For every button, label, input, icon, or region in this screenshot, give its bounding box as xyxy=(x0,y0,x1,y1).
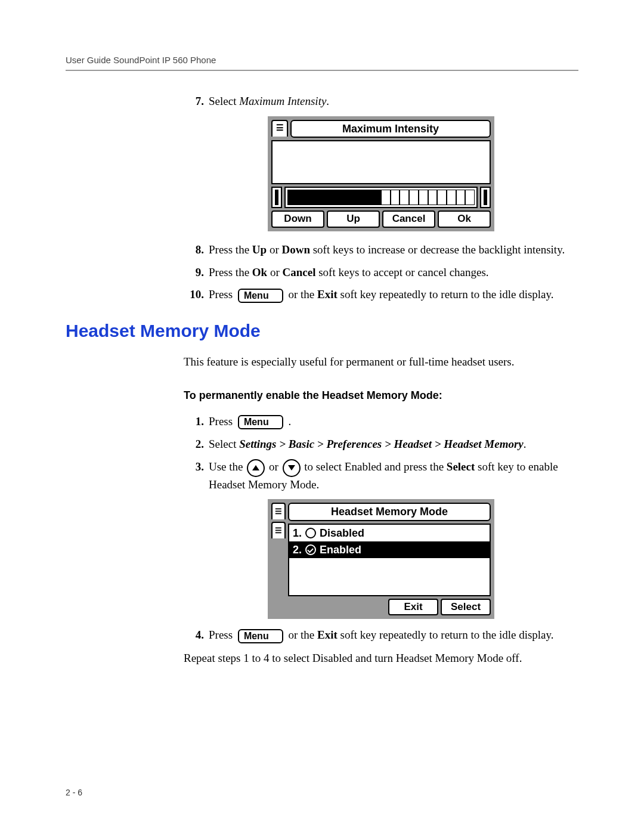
tab-icon: ☰ xyxy=(271,120,288,137)
lcd-title: Maximum Intensity xyxy=(290,120,491,138)
repeat-note: Repeat steps 1 to 4 to select Disabled a… xyxy=(184,651,578,666)
text-bold: Down xyxy=(281,243,310,256)
step-number: 1. xyxy=(184,414,209,429)
text: Press xyxy=(209,288,236,301)
text: Press the xyxy=(209,266,252,278)
lcd-headset-memory-mode: ☰ ☰ Headset Memory Mode 1. Disabled 2. E… xyxy=(268,499,494,619)
step-10: 10. Press Menu or the Exit soft key repe… xyxy=(184,287,578,302)
text: or xyxy=(267,243,281,256)
running-header: User Guide SoundPoint IP 560 Phone xyxy=(66,55,578,70)
menu-button[interactable]: Menu xyxy=(238,415,283,429)
text: or xyxy=(269,460,281,473)
step-2: 2. Select Settings > Basic > Preferences… xyxy=(184,436,578,452)
lcd-max-intensity: ☰ Maximum Intensity Down Up Cancel Ok xyxy=(268,116,494,231)
bar-left-cap xyxy=(271,187,282,208)
arrow-down-icon[interactable] xyxy=(283,459,301,477)
text: Press xyxy=(209,415,236,428)
softkey-exit[interactable]: Exit xyxy=(388,599,438,616)
lcd-list: 1. Disabled 2. Enabled xyxy=(288,524,491,596)
item-label: Disabled xyxy=(320,526,364,540)
radio-unchecked-icon xyxy=(305,528,316,538)
step-4: 4. Press Menu or the Exit soft key repea… xyxy=(184,627,578,643)
step-8: 8. Press the Up or Down soft keys to inc… xyxy=(184,242,578,258)
text: or the xyxy=(288,288,317,301)
text-bold: Exit xyxy=(317,288,338,301)
text-bold: Up xyxy=(252,243,267,256)
text: Press xyxy=(209,628,236,641)
text: . xyxy=(326,95,329,107)
text: or xyxy=(267,266,282,278)
step-number: 7. xyxy=(184,94,209,109)
text-bold: Ok xyxy=(252,266,267,278)
sub-heading: To permanently enable the Headset Memory… xyxy=(184,388,578,402)
step-number: 4. xyxy=(184,627,209,643)
step-number: 10. xyxy=(184,287,209,302)
step-7: 7. Select Maximum Intensity. xyxy=(184,94,578,109)
text: Press the xyxy=(209,243,252,256)
step-number: 3. xyxy=(184,459,209,493)
text: soft keys to increase or decrease the ba… xyxy=(310,243,565,256)
section-intro: This feature is especially useful for pe… xyxy=(184,354,578,370)
lcd-title: Headset Memory Mode xyxy=(288,503,491,521)
item-prefix: 2. xyxy=(293,543,302,557)
text-bolditalic: Settings > Basic > Preferences > Headset… xyxy=(239,438,524,450)
softkey-cancel[interactable]: Cancel xyxy=(382,210,435,228)
step-9: 9. Press the Ok or Cancel soft keys to a… xyxy=(184,265,578,280)
text-bold: Select xyxy=(447,460,475,473)
text: or the xyxy=(288,628,317,641)
step-1: 1. Press Menu . xyxy=(184,414,578,429)
softkey-select[interactable]: Select xyxy=(441,599,491,616)
arrow-up-icon[interactable] xyxy=(247,459,265,477)
radio-checked-icon xyxy=(305,544,316,555)
section-title: Headset Memory Mode xyxy=(66,321,578,341)
text: to select Enabled and press the xyxy=(304,460,446,473)
text: soft key repeatedly to return to the idl… xyxy=(338,288,554,301)
item-label: Enabled xyxy=(320,543,361,557)
text-bold: Cancel xyxy=(283,266,316,278)
step-number: 2. xyxy=(184,436,209,452)
intensity-bar xyxy=(284,187,478,208)
step-number: 8. xyxy=(184,242,209,258)
list-item-disabled[interactable]: 1. Disabled xyxy=(289,525,490,541)
text-italic: Maximum Intensity xyxy=(239,95,326,107)
menu-button[interactable]: Menu xyxy=(238,289,283,303)
softkey-ok[interactable]: Ok xyxy=(438,210,491,228)
text: soft keys to accept or cancel changes. xyxy=(315,266,488,278)
text: soft key repeatedly to return to the idl… xyxy=(338,628,554,641)
softkey-up[interactable]: Up xyxy=(327,210,380,228)
bar-right-cap xyxy=(480,187,491,208)
list-item-enabled[interactable]: 2. Enabled xyxy=(289,541,490,558)
text: . xyxy=(524,438,527,450)
lcd-blank-area xyxy=(271,140,491,184)
text-bold: Exit xyxy=(317,628,338,641)
tab-icon: ☰ xyxy=(271,503,286,519)
step-number: 9. xyxy=(184,265,209,280)
text: Select xyxy=(209,95,239,107)
step-3: 3. Use the or to select Enabled and pres… xyxy=(184,459,578,493)
item-prefix: 1. xyxy=(293,526,302,540)
tab-icon: ☰ xyxy=(271,522,286,538)
text: . xyxy=(288,415,291,428)
page-number: 2 - 6 xyxy=(66,788,82,797)
text: Use the xyxy=(209,460,246,473)
header-rule xyxy=(66,70,578,71)
softkey-down[interactable]: Down xyxy=(271,210,324,228)
menu-button[interactable]: Menu xyxy=(238,629,283,643)
text: Select xyxy=(209,438,239,450)
